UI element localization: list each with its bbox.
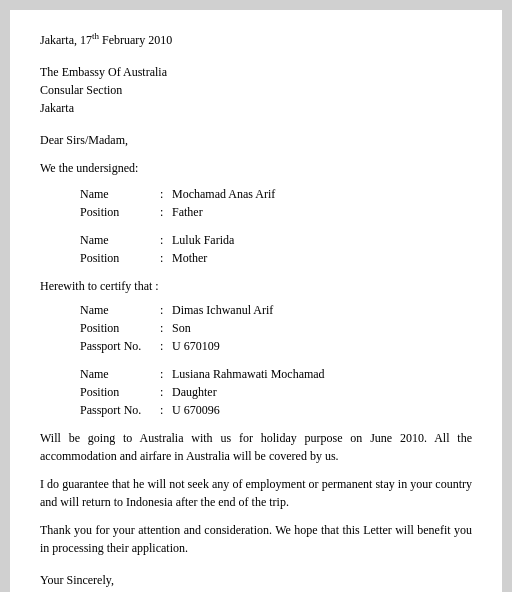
certify1-pass-row: Passport No. : U 670109 [80, 337, 472, 355]
person2-pos-value: Mother [172, 249, 472, 267]
certify1-pass-value: U 670109 [172, 337, 472, 355]
certify2-pass-colon: : [160, 401, 172, 419]
closing-block: Your Sincerely, [40, 571, 472, 589]
recipient-block: The Embassy Of Australia Consular Sectio… [40, 63, 472, 117]
salutation: Dear Sirs/Madam, [40, 131, 472, 149]
recipient-line1: The Embassy Of Australia [40, 63, 472, 81]
para2-text: I do guarantee that he will not seek any… [40, 475, 472, 511]
certify2-pos-row: Position : Daughter [80, 383, 472, 401]
person2-name-value: Luluk Farida [172, 231, 472, 249]
certify2-pass-label: Passport No. [80, 401, 160, 419]
recipient-line3: Jakarta [40, 99, 472, 117]
person1-block: Name : Mochamad Anas Arif Position : Fat… [80, 185, 472, 221]
certify1-name-label: Name [80, 301, 160, 319]
certify2-name-label: Name [80, 365, 160, 383]
para2: I do guarantee that he will not seek any… [40, 475, 472, 511]
certify1-pos-value: Son [172, 319, 472, 337]
person2-name-colon: : [160, 231, 172, 249]
date-sup: th [92, 31, 99, 41]
person2-block: Name : Luluk Farida Position : Mother [80, 231, 472, 267]
person1-name-colon: : [160, 185, 172, 203]
certify2-pos-colon: : [160, 383, 172, 401]
closing-text: Your Sincerely, [40, 571, 472, 589]
certify1-pass-label: Passport No. [80, 337, 160, 355]
para3: Thank you for your attention and conside… [40, 521, 472, 557]
certify1-block: Name : Dimas Ichwanul Arif Position : So… [80, 301, 472, 355]
certify2-pos-value: Daughter [172, 383, 472, 401]
certify2-pass-value: U 670096 [172, 401, 472, 419]
certify2-pass-row: Passport No. : U 670096 [80, 401, 472, 419]
herewith-text: Herewith to certify that : [40, 277, 472, 295]
para1-text: Will be going to Australia with us for h… [40, 429, 472, 465]
person1-name-row: Name : Mochamad Anas Arif [80, 185, 472, 203]
intro-text: We the undersigned: [40, 159, 472, 177]
para3-text: Thank you for your attention and conside… [40, 521, 472, 557]
salutation-text: Dear Sirs/Madam, [40, 131, 472, 149]
certify2-name-row: Name : Lusiana Rahmawati Mochamad [80, 365, 472, 383]
person2-pos-colon: : [160, 249, 172, 267]
person1-pos-value: Father [172, 203, 472, 221]
person2-pos-row: Position : Mother [80, 249, 472, 267]
certify2-name-value: Lusiana Rahmawati Mochamad [172, 365, 472, 383]
person1-name-value: Mochamad Anas Arif [172, 185, 472, 203]
person1-pos-row: Position : Father [80, 203, 472, 221]
person2-pos-label: Position [80, 249, 160, 267]
certify1-name-row: Name : Dimas Ichwanul Arif [80, 301, 472, 319]
person1-pos-colon: : [160, 203, 172, 221]
we-undersigned: We the undersigned: [40, 159, 472, 177]
herewith-header: Herewith to certify that : [40, 277, 472, 295]
recipient-line2: Consular Section [40, 81, 472, 99]
certify1-name-value: Dimas Ichwanul Arif [172, 301, 472, 319]
date-rest: February 2010 [99, 33, 172, 47]
certify1-pass-colon: : [160, 337, 172, 355]
certify2-pos-label: Position [80, 383, 160, 401]
certify2-name-colon: : [160, 365, 172, 383]
person1-pos-label: Position [80, 203, 160, 221]
certify1-pos-row: Position : Son [80, 319, 472, 337]
letter-page: Jakarta, 17th February 2010 The Embassy … [10, 10, 502, 592]
date-line: Jakarta, 17th February 2010 [40, 30, 472, 49]
certify2-block: Name : Lusiana Rahmawati Mochamad Positi… [80, 365, 472, 419]
certify1-pos-colon: : [160, 319, 172, 337]
person2-name-label: Name [80, 231, 160, 249]
person1-name-label: Name [80, 185, 160, 203]
certify1-pos-label: Position [80, 319, 160, 337]
certify1-name-colon: : [160, 301, 172, 319]
date-text: Jakarta, 17 [40, 33, 92, 47]
person2-name-row: Name : Luluk Farida [80, 231, 472, 249]
para1: Will be going to Australia with us for h… [40, 429, 472, 465]
